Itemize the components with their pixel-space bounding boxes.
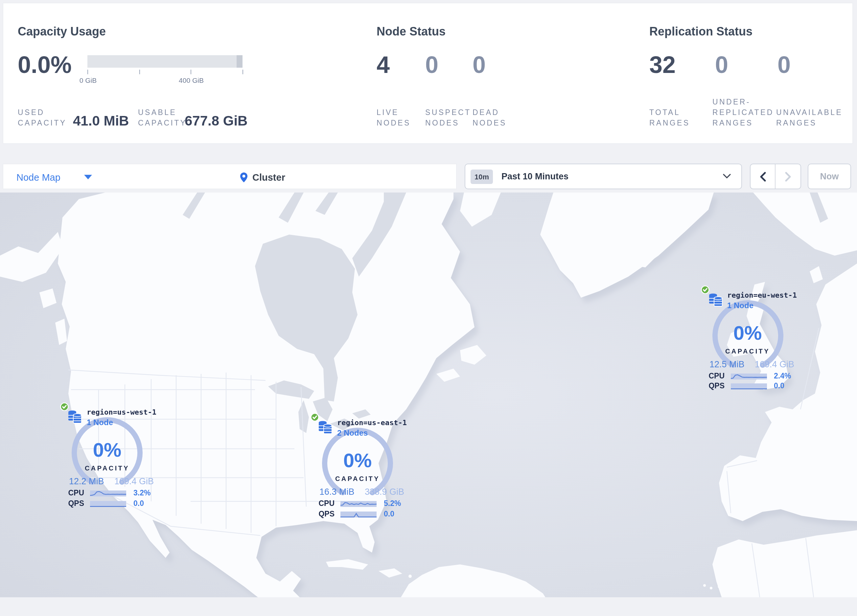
qps-value: 0.0 bbox=[384, 509, 394, 517]
gauge-tick bbox=[139, 69, 140, 74]
replication-status-panel: Replication Status 32 0 0 TOTAL RANGES U… bbox=[649, 3, 846, 145]
qps-label: QPS bbox=[311, 509, 334, 517]
map-pin-icon bbox=[240, 172, 248, 182]
view-dropdown[interactable]: Node Map bbox=[16, 164, 60, 190]
database-stack-icon bbox=[708, 292, 722, 307]
qps-label: QPS bbox=[61, 499, 84, 507]
region-marker-us-west-1[interactable]: region=us-west-1 1 Node 0% CAPACITY 12.2… bbox=[61, 405, 160, 512]
time-next-button[interactable] bbox=[775, 164, 800, 188]
cpu-sparkline bbox=[730, 373, 767, 380]
time-range-badge: 10m bbox=[470, 170, 493, 184]
view-dropdown-label: Node Map bbox=[16, 172, 60, 182]
live-nodes-count: 4 bbox=[377, 54, 390, 76]
qps-sparkline bbox=[90, 500, 127, 507]
usable-capacity-label: USABLE CAPACITY bbox=[138, 107, 187, 128]
node-map-canvas: region=us-west-1 1 Node 0% CAPACITY 12.2… bbox=[0, 192, 857, 597]
time-range-selector[interactable]: 10m Past 10 Minutes bbox=[465, 164, 742, 189]
map-toolbar: Node Map Cluster bbox=[3, 164, 457, 189]
database-stack-icon bbox=[318, 420, 333, 434]
total-ranges-label: TOTAL RANGES bbox=[649, 107, 690, 128]
world-map bbox=[0, 192, 857, 597]
cpu-value: 5.2% bbox=[384, 499, 401, 507]
capacity-total: 169.4 GiB bbox=[755, 359, 794, 369]
region-marker-eu-west-1[interactable]: region=eu-west-1 1 Node 0% CAPACITY 12.5… bbox=[702, 288, 800, 395]
cpu-label: CPU bbox=[61, 489, 84, 497]
qps-label: QPS bbox=[702, 382, 725, 390]
gauge-tick-label: 400 GiB bbox=[179, 76, 204, 84]
node-count-link[interactable]: 1 Node bbox=[87, 418, 113, 427]
capacity-used: 12.5 MiB bbox=[710, 359, 745, 369]
dead-nodes-count: 0 bbox=[473, 54, 486, 76]
cpu-value: 3.2% bbox=[133, 489, 150, 497]
capacity-percent: 0.0% bbox=[18, 54, 72, 76]
node-count-link[interactable]: 2 Nodes bbox=[337, 428, 368, 438]
replication-status-title: Replication Status bbox=[649, 25, 752, 39]
used-capacity-label: USED CAPACITY bbox=[18, 107, 67, 128]
now-button-label: Now bbox=[820, 171, 839, 181]
capacity-total: 169.4 GiB bbox=[114, 476, 154, 486]
breadcrumb[interactable]: Cluster bbox=[240, 164, 285, 190]
live-nodes-label: LIVE NODES bbox=[377, 107, 411, 128]
capacity-percent: 0% bbox=[702, 322, 794, 344]
chevron-right-icon bbox=[784, 171, 792, 182]
capacity-usage-title: Capacity Usage bbox=[18, 25, 106, 39]
capacity-used: 12.2 MiB bbox=[69, 476, 104, 486]
under-replicated-count: 0 bbox=[715, 54, 728, 76]
qps-sparkline bbox=[340, 511, 377, 517]
capacity-usage-panel: Capacity Usage 0.0% 0 GiB 400 GiB USED C… bbox=[18, 3, 347, 145]
cpu-sparkline bbox=[90, 490, 127, 497]
capacity-caption: CAPACITY bbox=[311, 475, 404, 482]
time-range-label: Past 10 Minutes bbox=[501, 164, 568, 188]
gauge-tick bbox=[87, 69, 88, 74]
capacity-used: 16.3 MiB bbox=[319, 487, 354, 497]
cpu-label: CPU bbox=[311, 499, 334, 507]
gauge-tick bbox=[243, 69, 243, 74]
node-status-panel: Node Status 4 0 0 LIVE NODES SUSPECT NOD… bbox=[377, 3, 574, 145]
capacity-percent: 0% bbox=[61, 439, 153, 461]
chevron-left-icon bbox=[759, 171, 766, 182]
region-label: region=us-west-1 bbox=[87, 408, 156, 417]
cpu-label: CPU bbox=[702, 372, 725, 380]
capacity-gauge bbox=[87, 55, 243, 68]
chevron-down-icon bbox=[723, 173, 731, 179]
total-ranges-count: 32 bbox=[649, 54, 676, 76]
qps-sparkline bbox=[730, 383, 767, 390]
now-button[interactable]: Now bbox=[808, 164, 851, 189]
node-count-link[interactable]: 1 Node bbox=[727, 301, 753, 310]
gauge-tick-label: 0 GiB bbox=[79, 76, 97, 84]
capacity-caption: CAPACITY bbox=[702, 347, 794, 355]
dead-nodes-label: DEAD NODES bbox=[473, 107, 507, 128]
used-capacity-value: 41.0 MiB bbox=[73, 113, 129, 129]
cpu-sparkline bbox=[340, 501, 377, 507]
capacity-percent: 0% bbox=[311, 449, 404, 472]
region-label: region=eu-west-1 bbox=[727, 291, 797, 299]
unavailable-label: UNAVAILABLE RANGES bbox=[776, 107, 843, 128]
suspect-nodes-label: SUSPECT NODES bbox=[425, 107, 471, 128]
qps-value: 0.0 bbox=[774, 382, 784, 390]
capacity-total: 338.9 GiB bbox=[365, 487, 404, 497]
under-replicated-label: UNDER- REPLICATED RANGES bbox=[712, 97, 774, 128]
capacity-caption: CAPACITY bbox=[61, 465, 153, 472]
breadcrumb-label: Cluster bbox=[252, 172, 285, 182]
cpu-value: 2.4% bbox=[774, 372, 791, 380]
usable-capacity-value: 677.8 GiB bbox=[185, 113, 248, 129]
time-nav bbox=[750, 164, 801, 189]
database-stack-icon bbox=[68, 409, 82, 424]
node-status-title: Node Status bbox=[377, 25, 446, 39]
suspect-nodes-count: 0 bbox=[425, 54, 438, 76]
capacity-gauge-cap bbox=[237, 55, 243, 68]
unavailable-count: 0 bbox=[778, 54, 790, 76]
region-marker-us-east-1[interactable]: region=us-east-1 2 Nodes 0% CAPACITY 16.… bbox=[311, 416, 410, 522]
triangle-down-icon bbox=[84, 175, 92, 179]
gauge-tick bbox=[190, 69, 191, 74]
region-label: region=us-east-1 bbox=[337, 418, 407, 427]
cluster-summary-card: Capacity Usage 0.0% 0 GiB 400 GiB USED C… bbox=[3, 3, 853, 144]
qps-value: 0.0 bbox=[133, 499, 144, 507]
time-prev-button[interactable] bbox=[750, 164, 775, 188]
page: Capacity Usage 0.0% 0 GiB 400 GiB USED C… bbox=[0, 0, 857, 616]
